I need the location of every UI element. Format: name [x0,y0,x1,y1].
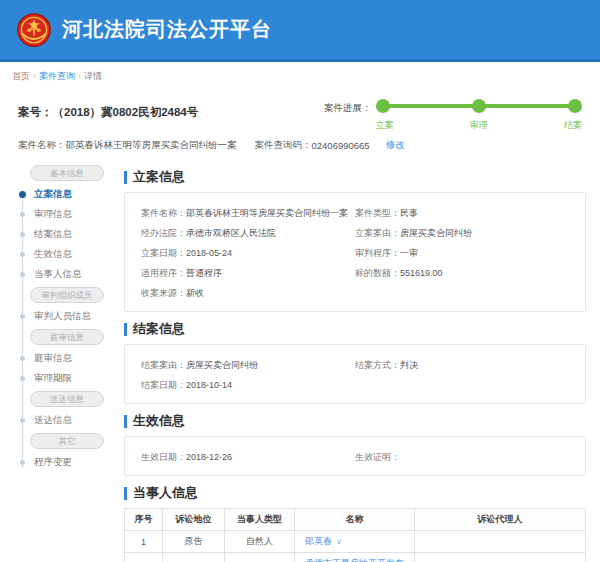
progress-dot-trial [472,99,486,113]
sidebar-group-delivery: 送达信息 [30,391,104,407]
progress-step-trial: 审理 [470,119,488,132]
section-title-filing: 立案信息 [124,168,586,186]
section-accent-bar [124,415,127,428]
section-accent-bar [124,487,127,500]
field-effective-proof: 生效证明： [355,447,569,467]
breadcrumb-separator: › [33,71,36,81]
edit-link[interactable]: 修改 [386,139,405,152]
case-name-bar: 案件名称： 邵英春诉林王明等房屋买卖合同纠纷一案 案件查询码： 02406990… [0,133,600,160]
field-applicable-procedure: 适用程序：普通程序 [141,263,355,283]
field-case-source: 收案来源：新收 [141,283,355,303]
party-name-link[interactable]: 承德市正昊房地产开发有限公司 [305,558,404,562]
sidebar-item-trial-period[interactable]: 审理期限 [0,368,120,388]
sidebar-group-basic: 基本信息 [30,165,104,181]
sidebar-item-judges-info[interactable]: 审判人员信息 [0,306,120,326]
parties-title: 当事人信息 [133,484,198,502]
progress-track: 立案 审理 结案 [376,97,583,131]
sidebar-item-procedure-change[interactable]: 程序变更 [0,452,120,472]
case-name-label: 案件名称： [18,139,66,152]
filing-title: 立案信息 [133,168,185,186]
case-number: 案号：（2018）冀0802民初2484号 [18,97,198,120]
sidebar-item-effective-info[interactable]: 生效信息 [0,244,120,264]
sidebar-item-filing-info[interactable]: 立案信息 [0,184,120,204]
field-filing-date: 立案日期：2018-05-24 [141,243,355,263]
col-agent: 诉讼代理人 [415,509,586,531]
effective-title: 生效信息 [133,412,185,430]
breadcrumb-separator: › [78,71,81,81]
sidebar-item-parties-info[interactable]: 当事人信息 [0,264,120,284]
main-content: 立案信息 案件名称：邵英春诉林王明等房屋买卖合同纠纷一案 案件类型：民事 经办法… [120,160,600,562]
field-trial-procedure: 审判程序：一审 [355,243,569,263]
closing-box: 结案案由：房屋买卖合同纠纷 结案方式：判决 结案日期：2018-10-14 [124,344,586,404]
breadcrumb-home[interactable]: 首页 [12,71,30,81]
case-progress: 案件进展： 立案 审理 结案 [324,97,582,131]
field-effective-date: 生效日期：2018-12-26 [141,447,355,467]
field-closing-date: 结案日期：2018-10-14 [141,375,355,395]
case-head: 案号：（2018）冀0802民初2484号 案件进展： 立案 审理 结案 [0,89,600,133]
field-subject-amount: 标的数额：551619.00 [355,263,569,283]
section-title-effective: 生效信息 [124,412,586,430]
app-title: 河北法院司法公开平台 [62,16,272,43]
case-number-label: 案号： [18,106,53,118]
field-court: 经办法院：承德市双桥区人民法院 [141,223,355,243]
field-case-name: 案件名称：邵英春诉林王明等房屋买卖合同纠纷一案 [141,203,355,223]
col-role: 诉讼地位 [163,509,225,531]
table-row: 2 被告 法人 承德市正昊房地产开发有限公司∨ 杨静∨ [125,553,586,562]
breadcrumb-case-query[interactable]: 案件查询 [39,71,75,81]
case-number-value: （2018）冀0802民初2484号 [53,106,199,118]
field-case-type: 案件类型：民事 [355,203,569,223]
query-code-label: 案件查询码： [255,139,312,152]
sidebar-group-other: 其它 [30,433,104,449]
col-name: 名称 [295,509,415,531]
sidebar-group-hearing: 庭审信息 [30,329,104,345]
sidebar-item-hearing-info[interactable]: 庭审信息 [0,348,120,368]
sidebar-item-closing-info[interactable]: 结案信息 [0,224,120,244]
col-no: 序号 [125,509,163,531]
field-filing-cause: 立案案由：房屋买卖合同纠纷 [355,223,569,243]
query-code-value: 02406990665 [312,140,370,151]
sidebar-item-delivery-info[interactable]: 送达信息 [0,410,120,430]
case-name-value: 邵英春诉林王明等房屋买卖合同纠纷一案 [66,139,237,152]
closing-title: 结案信息 [133,320,185,338]
field-closing-cause: 结案案由：房屋买卖合同纠纷 [141,355,355,375]
chevron-down-icon[interactable]: ∨ [336,537,342,546]
progress-dot-closed [568,99,582,113]
parties-table: 序号 诉讼地位 当事人类型 名称 诉讼代理人 1 原告 自然人 邵英春∨ [124,508,586,562]
sidebar: 基本信息 立案信息 审理信息 结案信息 生效信息 当事人信息 审判组织成员 审判… [0,160,120,482]
filing-box: 案件名称：邵英春诉林王明等房屋买卖合同纠纷一案 案件类型：民事 经办法院：承德市… [124,192,586,312]
app-header: 河北法院司法公开平台 [0,0,600,62]
sidebar-group-judicial-panel: 审判组织成员 [30,287,104,303]
progress-label: 案件进展： [324,102,372,115]
section-title-closing: 结案信息 [124,320,586,338]
field-closing-method: 结案方式：判决 [355,355,569,375]
party-name-link[interactable]: 邵英春 [305,536,332,546]
effective-box: 生效日期：2018-12-26 生效证明： [124,436,586,476]
section-accent-bar [124,323,127,336]
progress-step-filing: 立案 [376,119,394,132]
page: 河北法院司法公开平台 首页›案件查询›详情 案号：（2018）冀0802民初24… [0,0,600,562]
court-emblem-icon [16,12,52,48]
progress-dot-filing [376,99,390,113]
sidebar-item-trial-info[interactable]: 审理信息 [0,204,120,224]
parties-header-row: 序号 诉讼地位 当事人类型 名称 诉讼代理人 [125,509,586,531]
progress-step-closed: 结案 [564,119,582,132]
section-title-parties: 当事人信息 [124,484,586,502]
breadcrumb-current: 详情 [84,71,102,81]
col-type: 当事人类型 [225,509,295,531]
section-accent-bar [124,171,127,184]
breadcrumb: 首页›案件查询›详情 [0,62,600,89]
table-row: 1 原告 自然人 邵英春∨ [125,531,586,553]
